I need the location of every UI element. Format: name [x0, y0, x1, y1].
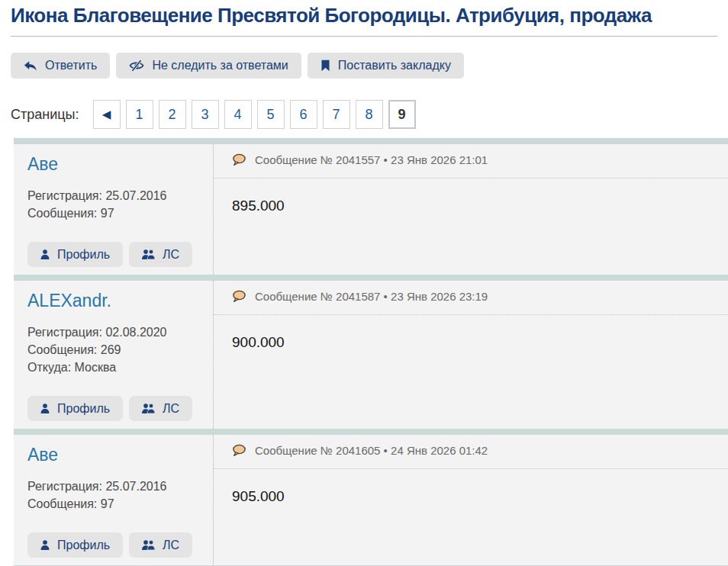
profile-button[interactable]: Профиль — [27, 242, 123, 267]
user-registration: Регистрация: 25.07.2016 — [27, 187, 213, 204]
page-link-7[interactable]: 7 — [323, 100, 350, 129]
profile-button[interactable]: Профиль — [27, 396, 123, 421]
page-link-6[interactable]: 6 — [290, 100, 317, 129]
reply-button-label: Ответить — [45, 59, 97, 72]
message-meta: Сообщение № 2041557 • 23 Янв 2026 21:01 — [255, 153, 488, 166]
post-content-panel: Сообщение № 2041557 • 23 Янв 2026 21:01 … — [214, 144, 728, 275]
post-author-link[interactable]: Аве — [27, 444, 58, 465]
pm-button[interactable]: ЛС — [129, 532, 192, 558]
pm-button-label: ЛС — [163, 539, 179, 552]
user-location: Откуда: Москва — [27, 359, 213, 376]
user-panel: Аве Регистрация: 25.07.2016 Сообщения: 9… — [14, 435, 214, 565]
post-content-panel: Сообщение № 2041587 • 23 Янв 2026 23:19 … — [214, 281, 728, 429]
user-registration: Регистрация: 25.07.2016 — [27, 478, 213, 495]
message-icon — [232, 153, 246, 166]
bookmark-icon — [321, 59, 330, 72]
post-content-panel: Сообщение № 2041605 • 24 Янв 2026 01:42 … — [214, 435, 728, 565]
bookmark-button-label: Поставить закладку — [338, 59, 451, 72]
users-icon — [142, 249, 155, 259]
reply-button[interactable]: Ответить — [11, 53, 110, 79]
page-title: Икона Благовещение Пресвятой Богородицы.… — [11, 4, 717, 27]
page-link-5[interactable]: 5 — [257, 100, 285, 129]
message-separator — [214, 468, 728, 469]
page-link-4[interactable]: 4 — [224, 100, 252, 129]
forum-post: Аве Регистрация: 25.07.2016 Сообщения: 9… — [14, 429, 728, 565]
message-meta: Сообщение № 2041605 • 24 Янв 2026 01:42 — [255, 444, 488, 457]
post-divider-strip — [14, 138, 728, 144]
message-separator — [214, 314, 728, 315]
message-separator — [214, 178, 728, 178]
pm-button-label: ЛС — [163, 248, 179, 262]
users-icon — [142, 540, 155, 550]
message-content: 895.000 — [232, 198, 728, 214]
profile-button-label: Профиль — [57, 248, 110, 262]
message-content: 900.000 — [232, 334, 728, 351]
post-list: Аве Регистрация: 25.07.2016 Сообщения: 9… — [14, 138, 728, 566]
user-registration: Регистрация: 02.08.2020 — [27, 323, 213, 341]
message-content: 905.000 — [232, 488, 728, 505]
forum-post: ALEXandr. Регистрация: 02.08.2020 Сообще… — [14, 275, 728, 429]
prev-page-button[interactable]: ◀ — [93, 100, 121, 129]
profile-button-label: Профиль — [57, 539, 110, 552]
pm-button[interactable]: ЛС — [129, 242, 192, 267]
post-author-link[interactable]: ALEXandr. — [27, 290, 111, 311]
eye-slash-icon — [129, 59, 144, 72]
message-meta: Сообщение № 2041587 • 23 Янв 2026 23:19 — [255, 290, 488, 303]
thread-header: Икона Благовещение Пресвятой Богородицы.… — [11, 0, 717, 37]
page-link-1[interactable]: 1 — [126, 100, 153, 129]
reply-icon — [24, 60, 37, 72]
pagination: Страницы: ◀ 1 2 3 4 5 6 7 8 9 — [11, 100, 717, 129]
page-link-8[interactable]: 8 — [356, 100, 383, 129]
pagination-label: Страницы: — [11, 107, 79, 123]
page-current: 9 — [388, 100, 416, 129]
message-icon — [232, 290, 246, 303]
message-icon — [232, 444, 246, 457]
post-author-link[interactable]: Аве — [27, 153, 58, 175]
user-panel: ALEXandr. Регистрация: 02.08.2020 Сообще… — [14, 281, 214, 429]
person-icon — [40, 404, 50, 413]
post-divider-strip — [14, 429, 728, 435]
person-icon — [40, 540, 50, 550]
unfollow-button[interactable]: Не следить за ответами — [116, 53, 301, 79]
users-icon — [142, 404, 155, 413]
forum-post: Аве Регистрация: 25.07.2016 Сообщения: 9… — [14, 138, 728, 275]
bookmark-button[interactable]: Поставить закладку — [308, 53, 464, 79]
user-message-count: Сообщения: 97 — [27, 495, 213, 513]
user-panel: Аве Регистрация: 25.07.2016 Сообщения: 9… — [14, 144, 214, 275]
profile-button-label: Профиль — [57, 402, 110, 416]
user-message-count: Сообщения: 97 — [27, 204, 213, 222]
prev-page-icon: ◀ — [102, 108, 111, 121]
thread-actions: Ответить Не следить за ответами Поставит… — [11, 53, 717, 79]
user-message-count: Сообщения: 269 — [27, 341, 213, 359]
person-icon — [40, 249, 50, 259]
profile-button[interactable]: Профиль — [27, 532, 123, 558]
pm-button-label: ЛС — [163, 402, 179, 416]
page-link-3[interactable]: 3 — [192, 100, 219, 129]
page-link-2[interactable]: 2 — [159, 100, 186, 129]
unfollow-button-label: Не следить за ответами — [152, 59, 288, 72]
pm-button[interactable]: ЛС — [129, 396, 192, 421]
post-divider-strip — [14, 275, 728, 281]
